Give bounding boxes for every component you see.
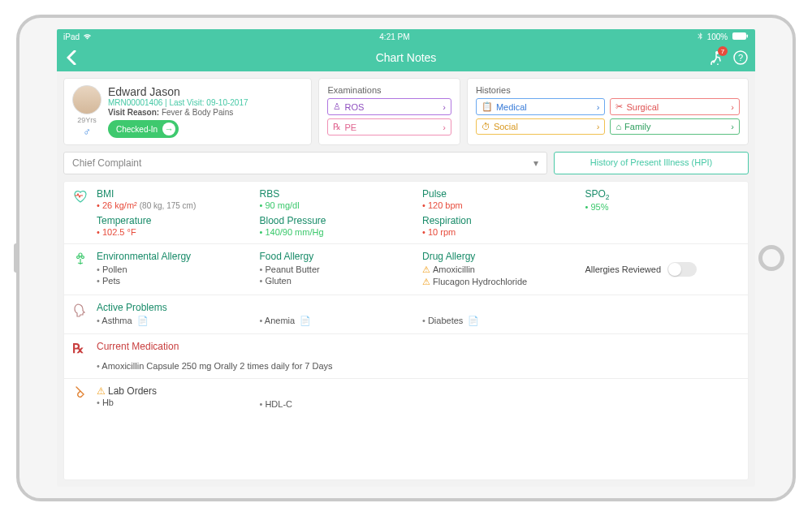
page-title: Chart Notes	[57, 51, 755, 64]
history-family-button[interactable]: ⌂Family ›	[610, 118, 740, 135]
screen: iPad 4:21 PM 100% Chart No	[57, 29, 755, 487]
visit-reason: Visit Reason: Fever & Body Pains	[108, 108, 303, 117]
bluetooth-icon	[698, 32, 705, 41]
flower-icon	[72, 251, 90, 288]
vital-col-4: SPO2 95%	[585, 188, 741, 237]
problems-section: Active Problems Asthma📄 Anemia📄 Diabetes…	[64, 295, 748, 334]
history-social-button[interactable]: ⏱Social ›	[476, 118, 606, 135]
examinations-card: Examinations ♙ROS › ℞PE ›	[318, 78, 460, 145]
exam-ros-button[interactable]: ♙ROS ›	[327, 98, 451, 115]
warning-icon: ⚠	[422, 277, 430, 286]
patient-card: 29Yrs ♂ Edward Jason MRN00001406 | Last …	[63, 78, 312, 145]
test-tube-icon	[72, 385, 90, 410]
drug-allergy-col: Drug Allergy ⚠Amoxicillin ⚠Flucagon Hydr…	[422, 251, 577, 288]
back-button[interactable]	[63, 49, 80, 66]
warning-icon: ⚠	[422, 264, 430, 274]
vital-col-3: Pulse 120 bpm Respiration 10 rpm	[422, 188, 577, 237]
battery-status: 100%	[698, 32, 749, 41]
patient-age: 29Yrs	[72, 116, 102, 124]
allergies-reviewed-toggle[interactable]	[667, 262, 697, 277]
accessibility-icon[interactable]: 7	[708, 49, 724, 66]
help-icon[interactable]: ?	[732, 49, 749, 66]
chevron-right-icon: ›	[597, 102, 600, 112]
tablet-side-button	[14, 243, 19, 273]
head-icon	[72, 302, 90, 327]
rx-icon: ℞	[72, 341, 90, 372]
caret-down-icon: ▾	[533, 157, 538, 169]
note-icon[interactable]: 📄	[300, 316, 311, 325]
battery-icon	[732, 32, 749, 41]
chevron-right-icon: ›	[731, 122, 734, 131]
complaint-row: Chief Complaint ▾ History of Present Ill…	[57, 152, 755, 181]
chevron-right-icon: ›	[597, 122, 600, 131]
patient-mrn: MRN00001406 | Last Visit: 09-10-2017	[108, 98, 303, 107]
svg-rect-1	[747, 34, 749, 37]
clock-icon: ⏱	[482, 122, 490, 131]
stethoscope-icon: ℞	[333, 122, 341, 132]
patient-info: Edward Jason MRN00001406 | Last Visit: 0…	[108, 85, 303, 138]
svg-text:?: ?	[738, 53, 743, 62]
hpi-button[interactable]: History of Present Illness (HPI)	[554, 152, 749, 174]
allergies-reviewed: Allergies Reviewed	[585, 251, 741, 288]
heart-icon	[72, 188, 90, 237]
person-icon: ♙	[333, 101, 341, 112]
chevron-right-icon: ›	[443, 102, 446, 112]
allergies-section: Environmental Allergy Pollen Pets Food A…	[64, 244, 748, 295]
home-icon: ⌂	[615, 122, 621, 131]
histories-card: Histories 📋Medical › ⏱Social ›	[467, 78, 749, 145]
history-medical-button[interactable]: 📋Medical ›	[476, 98, 606, 115]
vital-col-2: RBS 90 mg/dl Blood Pressure 140/90 mm/Hg	[260, 188, 415, 237]
device-label: iPad	[63, 32, 80, 41]
gender-icon: ♂	[72, 126, 102, 138]
tablet-frame: iPad 4:21 PM 100% Chart No	[16, 15, 796, 501]
chevron-right-icon: ›	[731, 102, 734, 112]
medication-section: ℞ Current Medication Amoxicillin Capsule…	[64, 334, 748, 379]
arrow-right-icon: →	[162, 123, 175, 135]
svg-rect-0	[732, 32, 746, 40]
exam-pe-button[interactable]: ℞PE ›	[327, 118, 451, 135]
note-icon[interactable]: 📄	[137, 316, 149, 325]
chief-complaint-dropdown[interactable]: Chief Complaint ▾	[63, 152, 547, 174]
histories-title: Histories	[476, 85, 740, 95]
status-bar: iPad 4:21 PM 100%	[57, 29, 755, 44]
header-cards: 29Yrs ♂ Edward Jason MRN00001406 | Last …	[57, 71, 755, 152]
nav-bar: Chart Notes 7 ?	[57, 44, 755, 71]
tablet-home-button[interactable]	[758, 245, 784, 271]
examinations-title: Examinations	[327, 85, 451, 95]
food-allergy-col: Food Allergy Peanut Butter Gluten	[260, 251, 415, 288]
content-scroll[interactable]: BMI 26 kg/m² (80 kg, 175 cm) Temperature…	[63, 181, 749, 480]
scissors-icon: ✂	[615, 101, 623, 112]
env-allergy-col: Environmental Allergy Pollen Pets	[97, 251, 252, 288]
labs-section: ⚠Lab Orders Hb HDL-C	[64, 379, 748, 416]
note-icon[interactable]: 📄	[468, 316, 479, 325]
clock: 4:21 PM	[92, 32, 698, 41]
vital-col-1: BMI 26 kg/m² (80 kg, 175 cm) Temperature…	[97, 188, 252, 237]
chevron-right-icon: ›	[443, 123, 446, 132]
vitals-section: BMI 26 kg/m² (80 kg, 175 cm) Temperature…	[64, 182, 748, 244]
checked-in-badge[interactable]: Checked-In →	[108, 120, 179, 138]
warning-icon: ⚠	[97, 385, 106, 397]
clipboard-icon: 📋	[482, 101, 493, 112]
history-surgical-button[interactable]: ✂Surgical ›	[610, 98, 740, 115]
problems-col-1: Active Problems Asthma📄	[97, 302, 252, 327]
avatar-column: 29Yrs ♂	[72, 85, 102, 138]
wifi-icon	[83, 32, 92, 41]
patient-avatar[interactable]	[72, 85, 102, 114]
notification-badge: 7	[718, 46, 728, 56]
patient-name: Edward Jason	[108, 85, 303, 98]
